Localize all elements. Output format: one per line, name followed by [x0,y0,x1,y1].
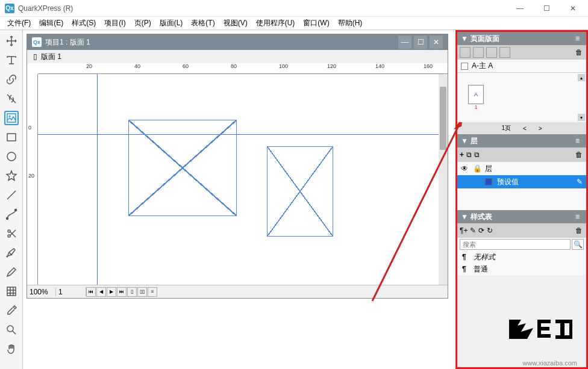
refresh-style-icon[interactable]: ↻ [487,226,493,235]
page-tab-label[interactable]: 版面 1 [41,52,61,62]
picture-tool[interactable] [4,111,19,125]
doc-close-button[interactable]: ✕ [430,36,443,49]
edit-style-icon[interactable]: ✎ [470,226,476,235]
unlink-tool[interactable] [4,91,19,106]
search-button[interactable]: 🔍 [572,239,584,250]
panel-menu-icon[interactable]: ≡ [575,34,583,43]
collapse-icon[interactable]: ▼ [461,137,468,145]
svg-point-6 [8,230,10,232]
menu-page[interactable]: 页(P) [131,18,155,28]
page-thumbnail[interactable]: A [468,85,484,104]
doc-maximize-button[interactable]: ☐ [414,36,427,49]
trash-icon[interactable]: 🗑 [575,150,584,159]
pencil-tool[interactable] [4,265,19,279]
link-tool[interactable] [4,72,19,87]
merge-layer-icon[interactable]: ⧉ [466,150,472,159]
panel-menu-icon[interactable]: ≡ [575,137,583,145]
ruler-tick: 100 [279,63,288,69]
nav-last-button[interactable]: ⏭ [117,287,127,297]
menu-table[interactable]: 表格(T) [187,18,218,28]
pages-panel-header[interactable]: ▼ 页面版面 ≡ [457,32,586,45]
new-page-icon[interactable] [486,47,497,58]
menu-utilities[interactable]: 使用程序(U) [252,18,299,28]
layer-color-swatch[interactable] [485,178,492,185]
download-logo [504,315,586,346]
duplicate-page-icon[interactable] [499,47,510,58]
layer-row-default[interactable]: 预设值 ✎ [457,175,586,188]
single-page-icon[interactable] [460,47,471,58]
hand-tool[interactable] [4,342,19,356]
oval-tool[interactable] [4,149,19,164]
nav-first-button[interactable]: ⏮ [86,287,96,297]
pager-prev-icon[interactable]: < [523,125,527,132]
view-single-button[interactable]: ▯ [127,287,137,297]
new-style-icon[interactable]: ¶+ [460,226,468,235]
nav-prev-button[interactable]: ◀ [96,287,106,297]
nav-next-button[interactable]: ▶ [107,287,116,297]
minimize-button[interactable]: — [510,2,530,14]
collapse-icon[interactable]: ▼ [461,34,468,43]
style-row-none[interactable]: ¶ 无样式 [457,251,586,263]
line-tool[interactable] [4,188,19,202]
layer-header-row: 👁 🔒 层 [457,162,586,175]
pen-tool[interactable] [4,246,19,260]
page-field[interactable]: 1 [56,288,86,296]
maximize-button[interactable]: ☐ [536,2,557,14]
move-tool[interactable] [4,34,19,48]
horizontal-guide[interactable] [38,134,448,135]
paragraph-icon: ¶ [462,253,466,261]
star-tool[interactable] [4,169,19,183]
menu-item[interactable]: 项目(I) [101,18,129,28]
style-row-normal[interactable]: ¶ 普通 [457,263,586,275]
trash-icon[interactable]: 🗑 [575,48,584,57]
doc-minimize-button[interactable]: — [398,36,411,49]
menu-window[interactable]: 窗口(W) [299,18,333,28]
search-input[interactable] [460,239,571,250]
picture-box[interactable] [128,120,237,216]
duplicate-layer-icon[interactable]: ⧉ [474,150,480,159]
collapse-icon[interactable]: ▼ [461,212,468,221]
add-layer-icon[interactable]: + [460,150,464,159]
svg-rect-8 [7,287,16,296]
eyedropper-tool[interactable] [4,303,19,318]
document-titlebar[interactable]: Qx 项目1 : 版面 1 — ☐ ✕ [27,34,448,50]
scroll-up-icon[interactable]: ▴ [578,74,585,81]
update-style-icon[interactable]: ⟳ [478,226,484,235]
vertical-ruler[interactable]: 0 20 [27,74,38,285]
menu-layout[interactable]: 版面(L) [156,18,187,28]
master-page-row[interactable]: A-主 A [457,60,586,73]
edit-icon[interactable]: ✎ [577,178,583,186]
view-spread-button[interactable]: ▯▯ [137,287,147,297]
panel-menu-icon[interactable]: ≡ [575,212,583,221]
scissors-tool[interactable] [4,226,19,241]
close-button[interactable]: ✕ [563,2,583,14]
zoom-field[interactable]: 100% [27,288,56,296]
layer-name: 预设值 [497,177,519,187]
facing-pages-icon[interactable] [473,47,484,58]
menu-help[interactable]: 帮助(H) [334,18,366,28]
menu-file[interactable]: 文件(F) [4,18,34,28]
zoom-tool[interactable] [4,323,19,337]
scroll-down-icon[interactable]: ▾ [578,114,585,121]
layers-panel-header[interactable]: ▼ 层 ≡ [457,134,586,147]
trash-icon[interactable]: 🗑 [575,226,584,235]
bezier-tool[interactable] [4,207,19,222]
styles-panel-header[interactable]: ▼ 样式表 ≡ [457,210,586,223]
canvas[interactable] [38,74,448,285]
vertical-guide[interactable] [97,74,98,285]
picture-box[interactable] [267,146,333,237]
menu-style[interactable]: 样式(S) [68,18,99,28]
text-tool[interactable] [4,53,19,67]
vertical-scrollbar[interactable] [439,74,448,285]
pager-next-icon[interactable]: > [539,125,542,132]
menu-view[interactable]: 视图(V) [220,18,251,28]
ruler-tick: 40 [134,63,140,69]
table-tool[interactable] [4,284,19,299]
rectangle-tool[interactable] [4,130,19,144]
center-area: Qx 项目1 : 版面 1 — ☐ ✕ ▯ 版面 1 20 40 60 80 1… [23,30,445,369]
horizontal-ruler[interactable]: 20 40 60 80 100 120 140 160 [38,63,448,74]
menu-edit[interactable]: 编辑(E) [36,18,67,28]
view-continuous-button[interactable]: ≡ [148,287,157,297]
svg-point-5 [14,209,16,211]
page-tabs: ▯ 版面 1 [27,50,448,63]
